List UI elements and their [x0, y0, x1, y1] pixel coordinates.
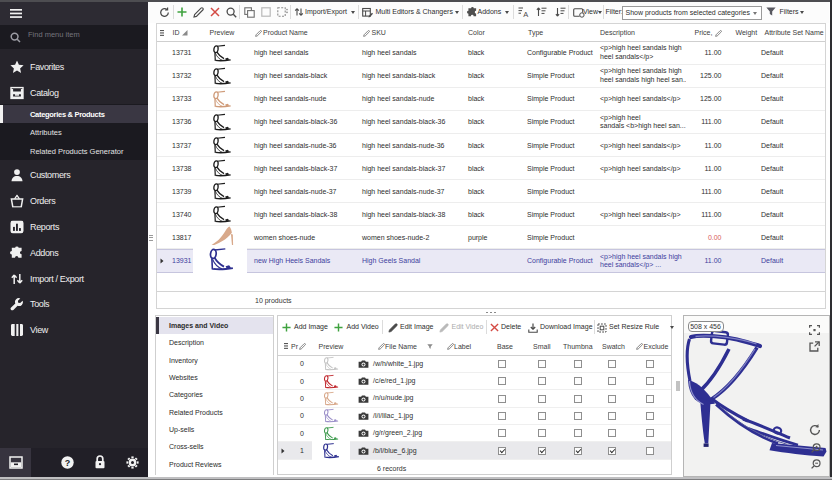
svg-text:A: A	[523, 10, 528, 17]
svg-text:?: ?	[65, 458, 71, 468]
